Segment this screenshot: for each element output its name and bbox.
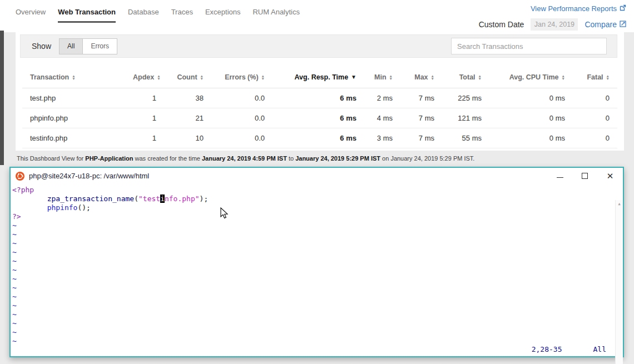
cell-avg-resp: 6 ms bbox=[273, 88, 364, 108]
col-fatal[interactable]: Fatal▲▼ bbox=[573, 68, 617, 88]
col-count[interactable]: Count▲▼ bbox=[164, 68, 211, 88]
vim-buffer: <?php zpa_transaction_name("testinfo.php… bbox=[12, 186, 614, 346]
vim-cursor-position: 2,28-35 bbox=[532, 345, 562, 353]
show-toggle-group: All Errors bbox=[59, 38, 117, 54]
col-max[interactable]: Max▲▼ bbox=[400, 68, 442, 88]
table-header-row: Transaction▲▼ Apdex▲▼ Count▲▼ Errors (%)… bbox=[22, 68, 617, 88]
view-performance-reports-link[interactable]: View Performance Reports bbox=[531, 4, 626, 13]
search-transactions-input[interactable] bbox=[451, 38, 607, 54]
note-text: to bbox=[287, 155, 295, 162]
transactions-table: Transaction▲▼ Apdex▲▼ Count▲▼ Errors (%)… bbox=[22, 68, 617, 148]
col-min[interactable]: Min▲▼ bbox=[364, 68, 400, 88]
col-avg-cpu-time[interactable]: Avg. CPU Time▲▼ bbox=[489, 68, 573, 88]
terminal-titlebar[interactable]: php@site24x7-u18-pc: /var/www/html ✕ bbox=[11, 168, 623, 184]
col-avg-resp-time[interactable]: Avg. Resp. Time▼ bbox=[273, 68, 364, 88]
cell-count: 21 bbox=[164, 108, 211, 128]
sort-icon: ▲▼ bbox=[157, 74, 160, 80]
cell-total: 225 ms bbox=[442, 88, 489, 108]
maximize-icon[interactable] bbox=[582, 173, 588, 179]
col-apdex[interactable]: Apdex▲▼ bbox=[125, 68, 164, 88]
note-app-name: PHP-Application bbox=[85, 155, 133, 162]
vim-editor[interactable]: <?php zpa_transaction_name("testinfo.php… bbox=[11, 184, 623, 356]
tab-overview[interactable]: Overview bbox=[16, 8, 46, 21]
cell-transaction[interactable]: phpinfo.php bbox=[22, 108, 125, 128]
main-tabs: Overview Web Transaction Database Traces… bbox=[16, 8, 300, 23]
table-row[interactable]: testinfo.php 1 10 0.0 6 ms 3 ms 7 ms 55 … bbox=[22, 128, 617, 148]
close-icon[interactable]: ✕ bbox=[606, 172, 614, 180]
terminal-title: php@site24x7-u18-pc: /var/www/html bbox=[29, 172, 149, 180]
note-text: This Dashboard View for bbox=[17, 155, 85, 162]
view-performance-reports-label: View Performance Reports bbox=[531, 4, 617, 13]
sort-icon: ▲▼ bbox=[200, 74, 204, 80]
show-label: Show bbox=[32, 42, 51, 51]
cell-max: 7 ms bbox=[400, 108, 442, 128]
cell-count: 10 bbox=[164, 128, 211, 148]
compare-label: Compare bbox=[585, 20, 617, 29]
custom-date-label: Custom Date bbox=[479, 20, 524, 29]
terminal-window: php@site24x7-u18-pc: /var/www/html ✕ <?p… bbox=[9, 167, 624, 357]
window-controls: ✕ bbox=[557, 172, 623, 180]
tab-traces[interactable]: Traces bbox=[171, 8, 193, 21]
cell-avg-cpu: 0 ms bbox=[489, 128, 573, 148]
note-text: on January 24, 2019 5:29 PM IST. bbox=[380, 155, 474, 162]
table-row[interactable]: phpinfo.php 1 21 0.0 6 ms 4 ms 7 ms 121 … bbox=[22, 108, 617, 128]
external-link-icon bbox=[620, 4, 626, 13]
date-bar: Custom Date Jan 24, 2019 Compare bbox=[479, 18, 626, 31]
compare-link[interactable]: Compare bbox=[585, 20, 626, 29]
note-end-time: January 24, 2019 5:29 PM IST bbox=[295, 155, 380, 162]
cell-min: 4 ms bbox=[364, 108, 400, 128]
sidebar-edge-strip bbox=[0, 31, 4, 165]
note-start-time: January 24, 2019 4:59 PM IST bbox=[202, 155, 287, 162]
cell-avg-cpu: 0 ms bbox=[489, 108, 573, 128]
cell-avg-resp: 6 ms bbox=[273, 128, 364, 148]
cell-avg-resp: 6 ms bbox=[273, 108, 364, 128]
sort-icon: ▲▼ bbox=[261, 74, 265, 80]
filter-bar: Show All Errors bbox=[20, 34, 617, 58]
minimize-icon[interactable] bbox=[557, 174, 563, 178]
cell-apdex: 1 bbox=[125, 108, 164, 128]
cell-transaction[interactable]: testinfo.php bbox=[22, 128, 125, 148]
sort-icon: ▲▼ bbox=[431, 74, 434, 80]
tab-database[interactable]: Database bbox=[128, 8, 159, 21]
cell-fatal: 0 bbox=[573, 88, 617, 108]
col-errors[interactable]: Errors (%)▲▼ bbox=[211, 68, 273, 88]
cell-max: 7 ms bbox=[400, 88, 442, 108]
cell-avg-cpu: 0 ms bbox=[489, 88, 573, 108]
top-header: Overview Web Transaction Database Traces… bbox=[0, 0, 634, 32]
cell-errors: 0.0 bbox=[211, 128, 273, 148]
sort-icon: ▲▼ bbox=[72, 74, 75, 80]
col-transaction[interactable]: Transaction▲▼ bbox=[22, 68, 125, 88]
vim-scroll-indicator: All bbox=[593, 345, 606, 353]
cell-fatal: 0 bbox=[573, 128, 617, 148]
web-transaction-panel: Show All Errors Transaction▲▼ Apdex▲▼ Co… bbox=[16, 31, 624, 151]
compare-icon bbox=[620, 20, 626, 29]
cell-apdex: 1 bbox=[125, 88, 164, 108]
cell-errors: 0.0 bbox=[211, 88, 273, 108]
date-picker[interactable]: Jan 24, 2019 bbox=[531, 18, 578, 31]
vim-status-line: 2,28-35 All bbox=[532, 345, 606, 353]
table-row[interactable]: test.php 1 38 0.0 6 ms 2 ms 7 ms 225 ms … bbox=[22, 88, 617, 108]
cell-total: 55 ms bbox=[442, 128, 489, 148]
tab-exceptions[interactable]: Exceptions bbox=[205, 8, 241, 21]
tab-web-transaction[interactable]: Web Transaction bbox=[58, 8, 116, 23]
sort-icon: ▲▼ bbox=[478, 74, 482, 80]
cell-fatal: 0 bbox=[573, 108, 617, 128]
tab-rum-analytics[interactable]: RUM Analytics bbox=[252, 8, 300, 21]
note-text: was created for the time bbox=[133, 155, 202, 162]
cell-total: 121 ms bbox=[442, 108, 489, 128]
terminal-scrollbar[interactable]: ▲ ▼ bbox=[615, 200, 623, 364]
cell-transaction[interactable]: test.php bbox=[22, 88, 125, 108]
scroll-up-icon[interactable]: ▲ bbox=[616, 202, 623, 206]
ubuntu-icon bbox=[16, 172, 24, 181]
cell-errors: 0.0 bbox=[211, 108, 273, 128]
toggle-errors[interactable]: Errors bbox=[83, 39, 117, 54]
sort-icon: ▲▼ bbox=[389, 74, 393, 80]
cell-max: 7 ms bbox=[400, 128, 442, 148]
cell-apdex: 1 bbox=[125, 128, 164, 148]
cell-min: 3 ms bbox=[364, 128, 400, 148]
toggle-all[interactable]: All bbox=[60, 39, 83, 54]
col-total[interactable]: Total▲▼ bbox=[442, 68, 489, 88]
sort-desc-icon: ▼ bbox=[351, 74, 356, 80]
dashboard-view-note: This Dashboard View for PHP-Application … bbox=[17, 155, 474, 162]
sort-icon: ▲▼ bbox=[562, 74, 565, 80]
